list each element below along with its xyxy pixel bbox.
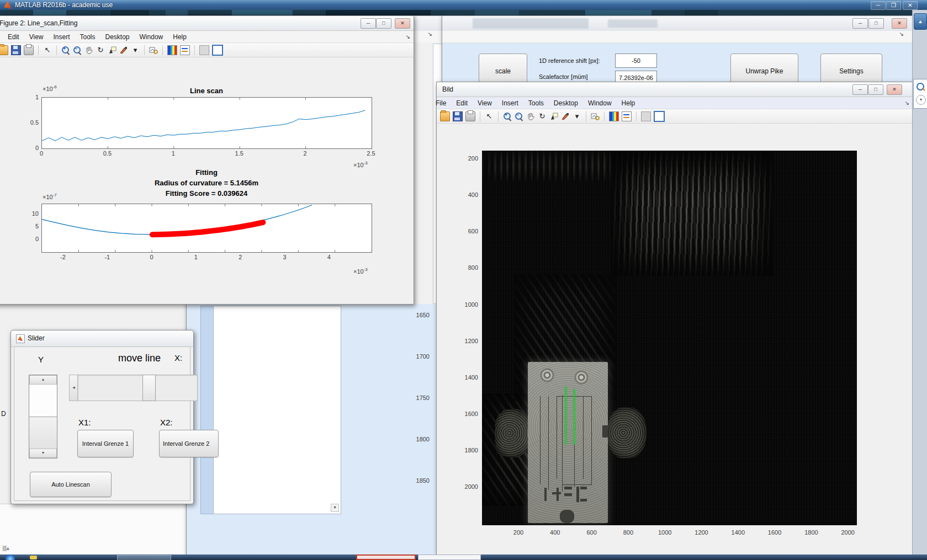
minimize-button[interactable]: ─: [852, 84, 868, 95]
print-icon[interactable]: [465, 111, 475, 121]
dock-empty-icon[interactable]: [199, 45, 209, 55]
menu-item-tools[interactable]: Tools: [523, 98, 549, 108]
menu-item-help[interactable]: Help: [617, 98, 640, 108]
slider-up-icon[interactable]: ▴: [29, 375, 57, 385]
slider-down-icon[interactable]: ▾: [29, 449, 57, 458]
dock-figure-icon[interactable]: [212, 45, 223, 56]
print-icon[interactable]: [24, 45, 34, 55]
tick-label: 1800: [804, 529, 818, 536]
tick-label: 0: [150, 254, 153, 260]
tick-label: 1000: [658, 529, 671, 536]
interval-grenze-2-button[interactable]: Interval Grenze 2: [159, 430, 219, 457]
colorbar-icon[interactable]: [167, 45, 177, 55]
menu-overflow-icon[interactable]: ↘: [899, 31, 904, 37]
zoom-in-icon[interactable]: +: [61, 46, 70, 55]
menu-item-tools[interactable]: Tools: [75, 32, 100, 42]
open-file-icon[interactable]: [0, 45, 8, 55]
tick-label: 2000: [445, 483, 478, 490]
menu-item-file[interactable]: File: [431, 98, 451, 108]
tick-label: 0: [6, 236, 39, 242]
menu-overflow-icon[interactable]: ↘: [905, 100, 909, 106]
tick-label: 1600: [768, 529, 781, 536]
resize-grip-icon[interactable]: ||||▴: [2, 545, 9, 552]
menu-item-help[interactable]: Help: [168, 32, 192, 42]
menu-overflow-icon[interactable]: ↘: [406, 34, 410, 40]
zoom-in-icon[interactable]: +: [503, 112, 512, 121]
listbox[interactable]: ▾: [213, 306, 341, 514]
fitting-x-exponent: ×10-3: [353, 267, 368, 275]
link-plots-icon[interactable]: [149, 46, 158, 55]
close-button[interactable]: ✕: [395, 18, 410, 29]
x-slider[interactable]: [77, 375, 198, 401]
minimize-button[interactable]: ─: [871, 1, 886, 10]
minimize-button[interactable]: ─: [852, 18, 868, 29]
interval-grenze-1-button[interactable]: Interval Grenze 1: [77, 430, 134, 457]
cursor-icon[interactable]: ↖: [43, 46, 52, 55]
brush-icon[interactable]: [561, 112, 570, 121]
brush-icon[interactable]: [119, 46, 128, 55]
menu-item-view[interactable]: View: [473, 98, 497, 108]
close-button[interactable]: ✕: [887, 84, 902, 95]
cursor-icon[interactable]: ↖: [485, 112, 494, 121]
menu-item-edit[interactable]: Edit: [3, 32, 24, 42]
menu-item-view[interactable]: View: [24, 32, 49, 42]
linescan-marker-line-1[interactable]: [565, 387, 566, 445]
bild-menubar: FileEditViewInsertToolsDesktopWindowHelp…: [437, 97, 913, 109]
data-cursor-icon[interactable]: [549, 112, 558, 121]
restore-button[interactable]: ❐: [886, 1, 901, 10]
menu-item-insert[interactable]: Insert: [497, 98, 523, 108]
menu-item-edit[interactable]: Edit: [451, 98, 473, 108]
rotate-icon[interactable]: ↻: [538, 112, 547, 121]
menu-item-window[interactable]: Window: [583, 98, 617, 108]
colorbar-icon[interactable]: [609, 111, 619, 121]
save-icon[interactable]: [11, 45, 21, 55]
pan-icon[interactable]: [526, 112, 535, 121]
data-cursor-icon[interactable]: [108, 46, 116, 55]
tick-label: 0: [40, 150, 43, 157]
menu-item-insert[interactable]: Insert: [48, 32, 75, 42]
restore-button[interactable]: □: [868, 18, 884, 29]
menu-item-desktop[interactable]: Desktop: [549, 98, 583, 108]
y-slider[interactable]: ▴ ▾: [29, 375, 57, 458]
close-button[interactable]: ✕: [903, 1, 918, 10]
listbox-scroll-down-icon[interactable]: ▾: [331, 504, 339, 512]
tick-label: 800: [623, 529, 633, 536]
slider-thumb[interactable]: [142, 375, 156, 401]
menu-overflow-icon[interactable]: ↘: [428, 31, 432, 37]
figure2-menubar: EditViewInsertToolsDesktopWindowHelp↘: [0, 31, 414, 43]
zoom-out-icon[interactable]: −: [73, 46, 82, 55]
tick-label: 1200: [445, 338, 478, 344]
dock-empty-icon[interactable]: [641, 111, 651, 121]
link-plots-icon[interactable]: [591, 112, 600, 121]
taskbar-item-active: [356, 554, 416, 560]
open-file-icon[interactable]: [440, 111, 450, 121]
dropdown-icon[interactable]: ▾: [916, 95, 926, 105]
x2-label: X2:: [160, 418, 173, 427]
save-icon[interactable]: [453, 111, 463, 121]
close-button[interactable]: ✕: [892, 18, 907, 29]
tick-label: 800: [445, 264, 478, 271]
legend-icon[interactable]: [180, 45, 190, 55]
restore-button[interactable]: □: [376, 18, 391, 29]
toolbar-separator: [162, 45, 163, 55]
dock-figure-icon[interactable]: [654, 111, 665, 122]
fitting-title-1: Fitting: [195, 168, 218, 177]
tick-label: 5: [6, 223, 39, 230]
restore-button[interactable]: □: [868, 84, 883, 95]
menu-item-window[interactable]: Window: [135, 32, 168, 42]
vertical-slider-strip[interactable]: [200, 306, 214, 514]
dropdown-caret-icon[interactable]: ▾: [131, 46, 140, 55]
zoom-out-icon[interactable]: −: [515, 112, 523, 121]
auto-linescan-button[interactable]: Auto Linescan: [30, 472, 112, 497]
menu-item-desktop[interactable]: Desktop: [100, 32, 135, 42]
slider-thumb[interactable]: [29, 417, 57, 450]
minimize-button[interactable]: ─: [361, 18, 376, 29]
rotate-icon[interactable]: ↻: [96, 46, 105, 55]
tick-label: 1000: [445, 301, 478, 308]
collapse-panel-icon[interactable]: ▲: [914, 13, 927, 30]
legend-icon[interactable]: [622, 111, 632, 121]
dropdown-caret-icon[interactable]: ▾: [573, 112, 581, 121]
linescan-marker-line-2[interactable]: [574, 389, 575, 445]
ref-shift-input[interactable]: [615, 54, 657, 68]
pan-icon[interactable]: [84, 46, 93, 55]
